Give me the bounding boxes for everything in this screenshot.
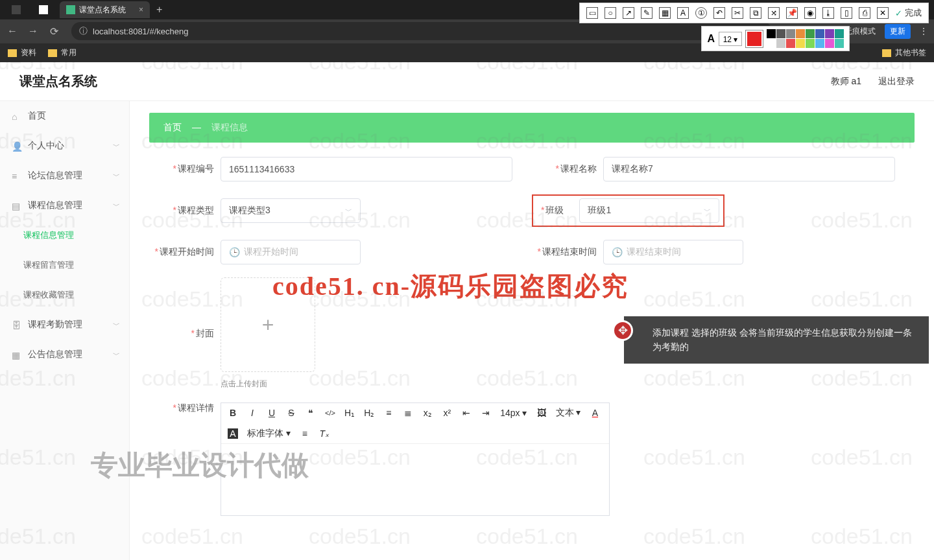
h1-button[interactable]: H₁ xyxy=(344,408,355,418)
sidebar-item-profile[interactable]: 👤个人中心﹀ xyxy=(0,131,129,161)
number-icon[interactable]: ① xyxy=(695,7,707,19)
color-swatch[interactable] xyxy=(806,39,815,48)
code-button[interactable]: </> xyxy=(325,409,335,417)
active-color-swatch[interactable] xyxy=(746,30,763,47)
sub-button[interactable]: x₂ xyxy=(422,408,433,418)
input-start-time[interactable]: 🕒课程开始时间 xyxy=(221,240,361,264)
shuffle-icon[interactable]: ⤨ xyxy=(768,7,780,19)
font-select[interactable]: 标准字体 ▾ xyxy=(247,428,291,439)
pen-icon[interactable]: ✎ xyxy=(641,7,653,19)
logout-button[interactable]: 退出登录 xyxy=(878,76,915,88)
color-swatch[interactable] xyxy=(786,39,795,48)
color-swatch[interactable] xyxy=(806,29,815,38)
indent-inc-button[interactable]: ⇥ xyxy=(481,408,491,418)
update-button[interactable]: 更新 xyxy=(885,24,911,39)
color-swatch[interactable] xyxy=(835,29,844,38)
sidebar-item-course[interactable]: ▤课程信息管理﹀ xyxy=(0,191,129,220)
menu-icon[interactable]: ⋮ xyxy=(920,27,928,36)
mosaic-icon[interactable]: ▦ xyxy=(659,7,671,19)
indent-dec-button[interactable]: ⇤ xyxy=(461,408,472,418)
record-icon[interactable]: ◉ xyxy=(804,7,816,19)
rect-icon[interactable]: ▭ xyxy=(586,7,598,19)
close-icon[interactable]: ✕ xyxy=(877,7,889,19)
url-input[interactable]: ⓘ localhost:8081/#/kecheng xyxy=(71,22,772,40)
color-swatch[interactable] xyxy=(776,29,785,38)
color-swatch[interactable] xyxy=(786,29,795,38)
download-icon[interactable]: ⭳ xyxy=(822,7,834,19)
input-course-code[interactable] xyxy=(221,157,512,181)
color-swatch[interactable] xyxy=(815,39,824,48)
color-swatch[interactable] xyxy=(815,29,824,38)
select-class[interactable]: 班级1﹀ xyxy=(579,198,719,223)
input-course-name[interactable] xyxy=(603,157,895,181)
folder-icon xyxy=(882,49,891,57)
text-icon[interactable]: A xyxy=(677,7,689,19)
color-swatch[interactable] xyxy=(825,39,834,48)
circle-icon[interactable]: ○ xyxy=(605,7,616,19)
toast-message: ✥ 添加课程 选择的班级 会将当前班级的学生信息获取分别创建一条为考勤的 xyxy=(624,316,929,364)
tab-item[interactable] xyxy=(32,1,58,18)
save-icon[interactable]: ⎙ xyxy=(859,7,870,19)
breadcrumb-home[interactable]: 首页 xyxy=(163,122,182,132)
nav-reload-button[interactable]: ⟳ xyxy=(48,25,60,38)
align-button[interactable]: ≡ xyxy=(300,428,310,439)
underline-button[interactable]: U xyxy=(267,408,277,418)
bold-button[interactable]: B xyxy=(228,408,238,418)
arrow-icon[interactable]: ↗ xyxy=(623,7,634,19)
sidebar-item-course-info[interactable]: 课程信息管理 xyxy=(0,220,129,250)
bookmark-other[interactable]: 其他书签 xyxy=(882,47,926,58)
info-icon: ⓘ xyxy=(79,25,88,37)
input-end-time[interactable]: 🕒课程结束时间 xyxy=(603,240,743,264)
upload-cover-button[interactable]: + xyxy=(221,277,315,372)
size-select[interactable]: 14px ▾ xyxy=(500,408,527,418)
color-swatch[interactable] xyxy=(767,29,776,38)
clear-button[interactable]: Tₓ xyxy=(319,428,329,439)
undo-icon[interactable]: ↶ xyxy=(713,7,725,19)
editor-body[interactable] xyxy=(221,444,609,515)
bookmark-item[interactable]: 常用 xyxy=(48,47,77,58)
nav-forward-button[interactable]: → xyxy=(27,25,39,37)
italic-button[interactable]: I xyxy=(247,408,257,418)
image-button[interactable]: 🖼 xyxy=(536,408,547,418)
mobile-icon[interactable]: ▯ xyxy=(841,7,852,19)
fontsize-select[interactable]: 12 ▾ xyxy=(719,32,742,46)
sidebar-item-course-fav[interactable]: 课程收藏管理 xyxy=(0,280,129,310)
vue-icon xyxy=(66,5,75,14)
chevron-down-icon: ﹀ xyxy=(113,141,120,151)
sidebar-item-notice[interactable]: ▦公告信息管理﹀ xyxy=(0,340,129,369)
select-course-type[interactable]: 课程类型3﹀ xyxy=(221,198,361,223)
h2-button[interactable]: H₂ xyxy=(364,408,374,418)
color-swatch[interactable] xyxy=(835,39,844,48)
ol-button[interactable]: ≡ xyxy=(383,408,394,418)
nav-back-button[interactable]: ← xyxy=(6,25,18,37)
sidebar-item-forum[interactable]: ≡论坛信息管理﹀ xyxy=(0,161,129,191)
color-button[interactable]: A xyxy=(590,408,600,418)
color-swatch[interactable] xyxy=(776,39,785,48)
tab-item[interactable] xyxy=(5,1,31,18)
sidebar-item-attendance[interactable]: 🗄课程考勤管理﹀ xyxy=(0,310,129,340)
sup-button[interactable]: x² xyxy=(442,408,452,418)
close-icon[interactable]: × xyxy=(139,5,143,14)
color-swatch[interactable] xyxy=(825,29,834,38)
sidebar-item-home[interactable]: ⌂首页 xyxy=(0,101,129,131)
color-swatch[interactable] xyxy=(796,39,805,48)
copy-icon[interactable]: ⧉ xyxy=(750,7,761,19)
strike-button[interactable]: S xyxy=(286,408,296,418)
para-select[interactable]: 文本 ▾ xyxy=(556,407,581,419)
cut-icon[interactable]: ✂ xyxy=(732,7,743,19)
bg-button[interactable]: A xyxy=(228,428,238,439)
color-swatch[interactable] xyxy=(796,29,805,38)
ul-button[interactable]: ≣ xyxy=(403,408,413,418)
color-swatch[interactable] xyxy=(767,39,776,48)
new-tab-button[interactable]: + xyxy=(151,4,167,16)
quote-button[interactable]: ❝ xyxy=(305,408,316,418)
bookmark-item[interactable]: 资料 xyxy=(8,47,36,58)
tab-item-active[interactable]: 课堂点名系统 × xyxy=(60,1,150,18)
globe-icon xyxy=(12,5,21,14)
user-label[interactable]: 教师 a1 xyxy=(831,76,861,88)
url-text: localhost:8081/#/kecheng xyxy=(93,27,188,36)
sidebar-item-course-msg[interactable]: 课程留言管理 xyxy=(0,250,129,280)
done-button[interactable]: ✓完成 xyxy=(895,7,922,19)
color-palette[interactable] xyxy=(767,29,844,48)
pin-icon[interactable]: 📌 xyxy=(786,7,798,19)
